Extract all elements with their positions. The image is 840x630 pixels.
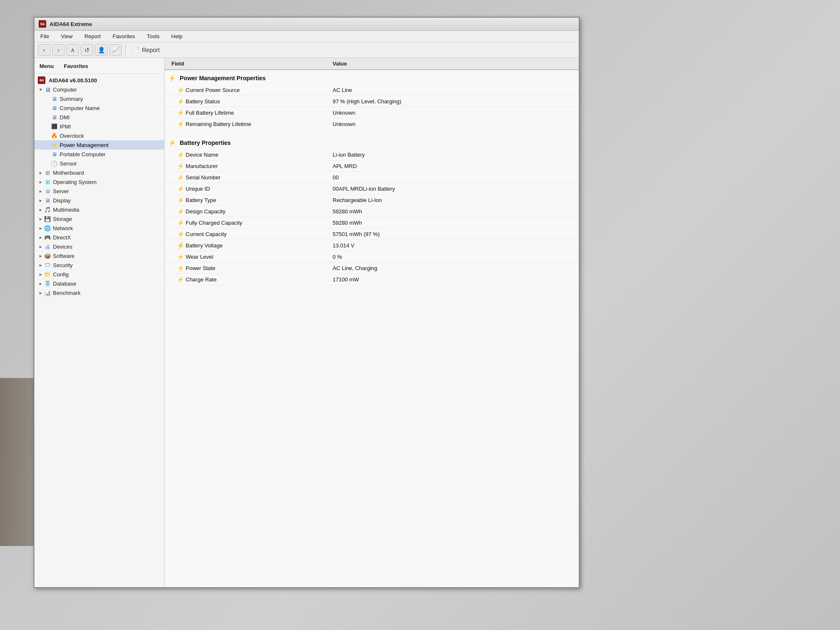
- config-label: Config: [53, 271, 69, 278]
- report-icon: 📄: [132, 47, 139, 53]
- menu-help[interactable]: Help: [169, 32, 185, 40]
- computer-icon: 🖥: [44, 86, 51, 93]
- fully-charged-value: 59280 mWh: [324, 220, 579, 226]
- menu-report[interactable]: Report: [82, 32, 103, 40]
- menu-favorites[interactable]: Favorites: [110, 32, 137, 40]
- col-field-header: Field: [165, 60, 324, 67]
- menu-file[interactable]: File: [38, 32, 52, 40]
- sidebar-item-overclock[interactable]: ▸ 🔥 Overclock: [34, 131, 164, 140]
- menu-view[interactable]: View: [58, 32, 75, 40]
- computername-label: Computer Name: [60, 105, 100, 111]
- dmi-label: DMI: [60, 114, 70, 121]
- app-version-item: 64 AIDA64 v6.00.5100: [34, 76, 164, 85]
- portable-label: Portable Computer: [60, 151, 105, 158]
- multimedia-icon: 🎵: [44, 206, 51, 213]
- sidebar-item-benchmark[interactable]: ▸ 📊 Benchmark: [34, 288, 164, 297]
- section-header-battery-props: ⚡ Battery Properties: [165, 135, 579, 149]
- sidebar-item-portable[interactable]: ▸ 🖥 Portable Computer: [34, 150, 164, 159]
- design-capacity-icon: ⚡: [177, 208, 184, 215]
- refresh-button[interactable]: ↺: [81, 44, 93, 56]
- serial-number-icon: ⚡: [177, 174, 184, 181]
- devices-expand: ▸: [38, 244, 44, 249]
- table-row: ⚡ Battery Status 97 % (High Level, Charg…: [165, 96, 579, 107]
- sidebar-item-server[interactable]: ▸ 🖥 Server: [34, 186, 164, 196]
- up-button[interactable]: ∧: [66, 44, 79, 56]
- row-field-battery-type: ⚡ Battery Type: [165, 197, 324, 203]
- sidebar-item-storage[interactable]: ▸ 💾 Storage: [34, 214, 164, 223]
- toolbar: ‹ › ∧ ↺ 👤 📈 📄 Report: [34, 42, 579, 58]
- overclock-icon: 🔥: [50, 132, 58, 139]
- table-row: ⚡ Fully Charged Capacity 59280 mWh: [165, 217, 579, 228]
- charge-rate-field-label: Charge Rate: [186, 276, 217, 283]
- battery-status-icon: ⚡: [177, 98, 184, 105]
- content-pane: Field Value ⚡ Power Management Propertie…: [165, 58, 579, 587]
- row-field-unique-id: ⚡ Unique ID: [165, 185, 324, 192]
- sidebar-item-dmi[interactable]: ▸ 🖥 DMI: [34, 113, 164, 122]
- menu-tools[interactable]: Tools: [144, 32, 162, 40]
- back-button[interactable]: ‹: [38, 44, 50, 56]
- sidebar-favorites-tab[interactable]: Favorites: [62, 62, 90, 70]
- row-field-device-name: ⚡ Device Name: [165, 151, 324, 158]
- summary-label: Summary: [60, 96, 83, 102]
- sidebar-item-computername[interactable]: ▸ 🖥 Computer Name: [34, 103, 164, 113]
- charge-rate-icon: ⚡: [177, 276, 184, 283]
- ipmi-label: IPMI: [60, 123, 71, 130]
- power-state-field-label: Power State: [186, 265, 215, 271]
- wear-level-value: 0 %: [324, 254, 579, 260]
- sidebar-item-display[interactable]: ▸ 🖥 Display: [34, 196, 164, 205]
- row-field-battery-status: ⚡ Battery Status: [165, 98, 324, 105]
- sidebar-item-os[interactable]: ▸ ⊞ Operating System: [34, 177, 164, 186]
- main-window: 64 AIDA64 Extreme File View Report Favor…: [34, 17, 580, 588]
- app-icon: 64: [39, 20, 46, 28]
- directx-icon: 🎮: [44, 234, 51, 241]
- sidebar-item-directx[interactable]: ▸ 🎮 DirectX: [34, 233, 164, 242]
- portable-icon: 🖥: [50, 150, 58, 158]
- os-label: Operating System: [53, 179, 97, 185]
- sidebar-item-database[interactable]: ▸ 🗄 Database: [34, 279, 164, 288]
- display-expand: ▸: [38, 198, 44, 203]
- devices-icon: 🖨: [44, 243, 51, 250]
- network-icon: 🌐: [44, 224, 51, 232]
- directx-expand: ▸: [38, 235, 44, 240]
- sidebar-item-sensor[interactable]: ▸ 🕐 Sensor: [34, 159, 164, 168]
- sidebar-item-software[interactable]: ▸ 📦 Software: [34, 251, 164, 260]
- device-name-field-label: Device Name: [186, 152, 218, 158]
- report-section: 📄 Report: [129, 46, 163, 54]
- battery-voltage-icon: ⚡: [177, 242, 184, 249]
- sidebar-item-summary[interactable]: ▸ 🖥 Summary: [34, 94, 164, 103]
- security-label: Security: [53, 262, 73, 268]
- sidebar-item-motherboard[interactable]: ▸ ⊞ Motherboard: [34, 168, 164, 177]
- sidebar-item-ipmi[interactable]: ▸ ⬛ IPMI: [34, 122, 164, 131]
- section-battery-title: Battery Properties: [180, 139, 231, 146]
- sidebar-item-power-management[interactable]: ▸ ⚡ Power Management: [34, 140, 164, 150]
- dmi-icon: 🖥: [50, 113, 58, 121]
- storage-icon: 💾: [44, 215, 51, 223]
- sidebar-menu-tab[interactable]: Menu: [38, 62, 55, 70]
- sidebar-item-multimedia[interactable]: ▸ 🎵 Multimedia: [34, 205, 164, 214]
- server-expand: ▸: [38, 189, 44, 194]
- table-row: ⚡ Serial Number 00: [165, 172, 579, 183]
- benchmark-label: Benchmark: [53, 290, 81, 296]
- graph-button[interactable]: 📈: [109, 44, 122, 56]
- design-capacity-field-label: Design Capacity: [186, 208, 226, 215]
- forward-button[interactable]: ›: [52, 44, 65, 56]
- full-battery-icon: ⚡: [177, 109, 184, 116]
- unique-id-field-label: Unique ID: [186, 186, 210, 192]
- section-power-title: Power Management Properties: [180, 75, 266, 81]
- sidebar-item-devices[interactable]: ▸ 🖨 Devices: [34, 242, 164, 251]
- row-field-wear-level: ⚡ Wear Level: [165, 253, 324, 260]
- device-name-icon: ⚡: [177, 151, 184, 158]
- user-button[interactable]: 👤: [95, 44, 108, 56]
- sidebar-item-config[interactable]: ▸ 📁 Config: [34, 270, 164, 279]
- sidebar-item-network[interactable]: ▸ 🌐 Network: [34, 223, 164, 233]
- sidebar-item-computer[interactable]: ▾ 🖥 Computer: [34, 85, 164, 94]
- display-label: Display: [53, 197, 71, 204]
- current-power-field-label: Current Power Source: [186, 87, 240, 93]
- table-row: ⚡ Wear Level 0 %: [165, 251, 579, 262]
- report-label: Report: [142, 47, 160, 53]
- row-field-battery-voltage: ⚡ Battery Voltage: [165, 242, 324, 249]
- summary-icon: 🖥: [50, 95, 58, 102]
- full-battery-value: Unknown: [324, 110, 579, 116]
- sidebar-item-security[interactable]: ▸ 🛡 Security: [34, 260, 164, 270]
- row-field-current-capacity: ⚡ Current Capacity: [165, 231, 324, 237]
